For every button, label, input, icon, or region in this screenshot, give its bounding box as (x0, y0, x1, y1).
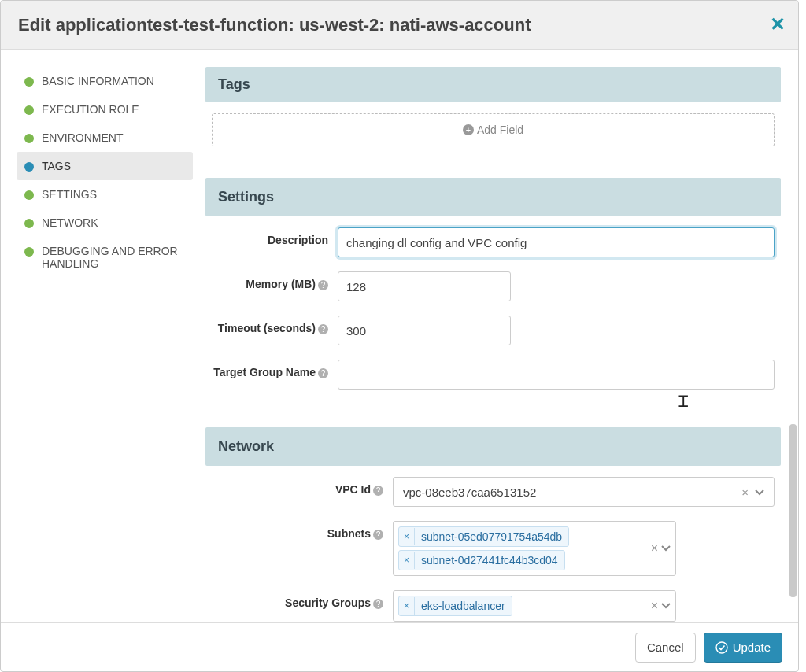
section-header-settings: Settings (205, 178, 781, 216)
status-dot-icon (24, 219, 34, 228)
section-header-tags: Tags (205, 67, 781, 102)
form-row-security-groups: Security Groups? × eks-loadbalancer × (212, 590, 775, 622)
subnet-chip: × subnet-0d27441fc44b3cd04 (398, 550, 565, 570)
close-icon[interactable]: ✕ (770, 13, 786, 35)
check-circle-icon (715, 641, 728, 654)
scrollbar-thumb[interactable] (789, 424, 797, 597)
status-dot-icon (24, 162, 34, 172)
subnets-label: Subnets? (212, 521, 393, 540)
help-icon[interactable]: ? (373, 599, 383, 609)
target-group-label: Target Group Name? (212, 360, 338, 378)
sidebar-item-label: SETTINGS (42, 188, 97, 201)
sidebar-item-debugging-and-error-handling[interactable]: DEBUGGING AND ERROR HANDLING (17, 237, 193, 278)
chevron-down-icon[interactable] (661, 599, 671, 613)
sidebar-item-basic-information[interactable]: BASIC INFORMATION (17, 67, 193, 95)
subnets-multiselect[interactable]: × subnet-05ed07791754a54db × subnet-0d27… (393, 521, 676, 576)
status-dot-icon (24, 105, 34, 115)
sidebar-item-execution-role[interactable]: EXECUTION ROLE (17, 95, 193, 124)
vpc-label: VPC Id? (212, 477, 393, 496)
form-row-memory: Memory (MB)? (212, 271, 775, 301)
modal-title: Edit applicationtest-test-function: us-w… (18, 15, 531, 35)
plus-circle-icon: + (463, 124, 474, 135)
status-dot-icon (24, 247, 34, 257)
update-label: Update (733, 641, 771, 654)
modal-body: BASIC INFORMATION EXECUTION ROLE ENVIRON… (1, 50, 798, 622)
clear-icon[interactable]: × (651, 541, 658, 556)
description-label: Description (212, 227, 338, 246)
timeout-label: Timeout (seconds)? (212, 316, 338, 334)
chip-remove-icon[interactable]: × (399, 528, 415, 545)
chip-label: eks-loadbalancer (415, 596, 512, 615)
sidebar-item-label: EXECUTION ROLE (42, 103, 139, 116)
timeout-input[interactable] (338, 316, 511, 345)
clear-icon[interactable]: × (738, 486, 752, 499)
help-icon[interactable]: ? (373, 486, 383, 496)
target-group-input[interactable] (338, 360, 775, 390)
security-groups-label: Security Groups? (212, 590, 393, 609)
section-header-network: Network (205, 427, 781, 466)
security-groups-multiselect[interactable]: × eks-loadbalancer × (393, 590, 676, 622)
help-icon[interactable]: ? (318, 368, 328, 378)
help-icon[interactable]: ? (318, 324, 328, 334)
form-row-target-group: Target Group Name? (212, 360, 775, 390)
chevron-down-icon[interactable] (752, 486, 767, 499)
sidebar-item-label: NETWORK (42, 216, 98, 229)
help-icon[interactable]: ? (373, 530, 383, 540)
modal-footer: Cancel Update (1, 622, 798, 671)
content-area[interactable]: Tags + Add Field Settings Description Me… (205, 50, 798, 622)
chip-label: subnet-0d27441fc44b3cd04 (415, 551, 564, 570)
sidebar-item-label: TAGS (42, 160, 71, 172)
modal-header: Edit applicationtest-test-function: us-w… (1, 1, 798, 50)
sidebar: BASIC INFORMATION EXECUTION ROLE ENVIRON… (1, 50, 205, 622)
cancel-button[interactable]: Cancel (635, 633, 696, 663)
memory-label: Memory (MB)? (212, 271, 338, 290)
edit-function-modal: Edit applicationtest-test-function: us-w… (0, 0, 799, 672)
add-field-label: Add Field (477, 124, 523, 136)
svg-point-0 (716, 642, 727, 653)
form-row-description: Description (212, 227, 775, 257)
memory-input[interactable] (338, 271, 511, 301)
sidebar-item-environment[interactable]: ENVIRONMENT (17, 124, 193, 152)
form-row-vpc: VPC Id? vpc-08eeb37caa6513152 × (212, 477, 775, 507)
status-dot-icon (24, 190, 34, 200)
sidebar-item-network[interactable]: NETWORK (17, 209, 193, 237)
help-icon[interactable]: ? (318, 280, 328, 290)
chip-remove-icon[interactable]: × (399, 597, 415, 615)
sidebar-item-tags[interactable]: TAGS (17, 152, 193, 180)
description-input[interactable] (338, 227, 775, 257)
chevron-down-icon[interactable] (661, 541, 671, 556)
status-dot-icon (24, 77, 34, 87)
sidebar-item-label: ENVIRONMENT (42, 131, 123, 144)
status-dot-icon (24, 134, 34, 143)
add-field-button[interactable]: + Add Field (212, 113, 775, 146)
vpc-select[interactable]: vpc-08eeb37caa6513152 × (393, 477, 775, 507)
chip-remove-icon[interactable]: × (399, 552, 415, 569)
security-group-chip: × eks-loadbalancer (398, 596, 512, 616)
form-row-subnets: Subnets? × subnet-05ed07791754a54db × su… (212, 521, 775, 576)
chip-label: subnet-05ed07791754a54db (415, 527, 568, 546)
subnet-chip: × subnet-05ed07791754a54db (398, 526, 569, 547)
clear-icon[interactable]: × (651, 599, 658, 613)
update-button[interactable]: Update (704, 633, 782, 663)
sidebar-item-settings[interactable]: SETTINGS (17, 180, 193, 209)
vpc-selected-value: vpc-08eeb37caa6513152 (403, 486, 738, 499)
sidebar-item-label: BASIC INFORMATION (42, 75, 154, 87)
form-row-timeout: Timeout (seconds)? (212, 316, 775, 345)
cancel-label: Cancel (647, 641, 684, 654)
sidebar-item-label: DEBUGGING AND ERROR HANDLING (42, 245, 185, 270)
